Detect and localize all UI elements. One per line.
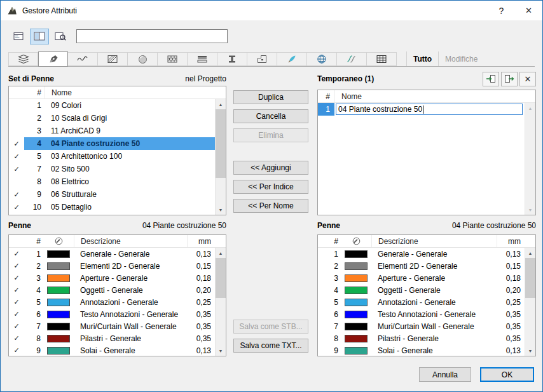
pen-color-swatch[interactable]: [47, 323, 70, 330]
pen-row[interactable]: 5Annotazioni - Generale0,25: [318, 296, 525, 308]
pen-color-swatch[interactable]: [345, 311, 368, 318]
scrollbar-track[interactable]: [525, 113, 535, 205]
pen-row[interactable]: 1Generale - Generale0,13: [318, 248, 525, 260]
pen-set-row[interactable]: ✓906 Strutturale: [9, 188, 215, 201]
tab-composites[interactable]: [188, 52, 217, 66]
row-checkmark[interactable]: ✓: [9, 188, 24, 201]
save-txt-button[interactable]: Salva come TXT...: [233, 339, 308, 353]
scroll-up-button[interactable]: ▲: [525, 248, 535, 258]
pen-set-row[interactable]: 808 Elettrico: [9, 175, 215, 188]
scrollbar[interactable]: ▲ ▼: [525, 103, 535, 215]
panel-view-single-button[interactable]: [9, 29, 28, 44]
tab-fills[interactable]: [98, 52, 128, 66]
tab-cities[interactable]: [307, 52, 337, 66]
duplicate-button[interactable]: Duplica: [233, 90, 308, 104]
pen-color-swatch[interactable]: [345, 347, 368, 355]
row-checkmark[interactable]: ✓: [9, 272, 24, 284]
tab-schedules[interactable]: [367, 52, 397, 66]
scrollbar-track[interactable]: [216, 258, 226, 346]
pen-row[interactable]: ✓4Oggetti - Generale0,20: [9, 284, 215, 296]
row-checkmark[interactable]: ✓: [9, 320, 24, 332]
filter-modifiche[interactable]: Modifiche: [438, 51, 484, 66]
row-checkmark[interactable]: [9, 175, 24, 188]
scrollbar[interactable]: ▲ ▼: [215, 99, 226, 215]
pen-color-swatch[interactable]: [345, 274, 368, 282]
pen-row[interactable]: ✓7Muri/Curtain Wall - Generale0,35: [9, 320, 215, 332]
row-checkmark[interactable]: ✓: [9, 332, 24, 344]
pen-color-swatch[interactable]: [47, 287, 70, 294]
pen-set-row[interactable]: ✓702 Sito 500: [9, 163, 215, 175]
pen-color-swatch[interactable]: [47, 262, 70, 270]
by-index-button[interactable]: << Per Indice: [233, 180, 308, 194]
pen-color-swatch[interactable]: [345, 287, 368, 294]
row-checkmark[interactable]: [9, 99, 24, 112]
row-checkmark[interactable]: ✓: [9, 260, 24, 272]
row-checkmark[interactable]: ✓: [9, 344, 24, 356]
scroll-down-button[interactable]: ▼: [216, 346, 226, 356]
pen-color-swatch[interactable]: [345, 250, 368, 258]
tab-line-types[interactable]: [68, 52, 98, 66]
row-checkmark[interactable]: ✓: [9, 248, 24, 260]
import-set-button[interactable]: [483, 72, 499, 86]
scroll-down-button[interactable]: ▼: [216, 205, 226, 215]
append-button[interactable]: << Aggiungi: [233, 161, 308, 175]
scrollbar[interactable]: ▲ ▼: [525, 248, 535, 356]
delete-temp-button[interactable]: ✕: [519, 72, 536, 86]
pen-row[interactable]: 4Oggetti - Generale0,20: [318, 284, 525, 296]
pen-color-swatch[interactable]: [345, 262, 368, 270]
pen-color-swatch[interactable]: [345, 335, 368, 342]
scrollbar-track[interactable]: [216, 109, 226, 205]
cancel-button[interactable]: Annulla: [419, 367, 471, 382]
pen-set-row[interactable]: 210 Scala di Grigi: [9, 112, 215, 125]
row-checkmark[interactable]: ✓: [9, 201, 24, 213]
pen-row[interactable]: ✓3Aperture - Generale0,18: [9, 272, 215, 284]
by-name-button[interactable]: << Per Nome: [233, 199, 308, 213]
scrollbar[interactable]: ▲ ▼: [215, 248, 226, 356]
pen-sets-scope[interactable]: nel Progetto: [185, 74, 226, 83]
pen-color-swatch[interactable]: [47, 250, 70, 258]
pen-color-swatch[interactable]: [47, 299, 70, 306]
row-checkmark[interactable]: ✓: [9, 296, 24, 308]
filter-tutto[interactable]: Tutto: [406, 51, 438, 66]
pen-row[interactable]: 3Aperture - Generale0,18: [318, 272, 525, 284]
pen-color-swatch[interactable]: [47, 311, 70, 318]
pen-row[interactable]: ✓2Elementi 2D - Generale0,15: [9, 260, 215, 272]
tab-operation-profiles[interactable]: [337, 52, 367, 66]
pen-row[interactable]: ✓5Annotazioni - Generale0,25: [9, 296, 215, 308]
tab-surfaces[interactable]: [128, 52, 158, 66]
cancel-item-button[interactable]: Cancella: [233, 109, 308, 123]
pen-row[interactable]: 7Muri/Curtain Wall - Generale0,35: [318, 320, 525, 332]
pen-row[interactable]: 6Testo Annotazioni - Generale0,35: [318, 308, 525, 320]
row-checkmark[interactable]: ✓: [9, 284, 24, 296]
pen-row[interactable]: ✓1Generale - Generale0,13: [9, 248, 215, 260]
row-checkmark[interactable]: ✓: [9, 137, 24, 150]
panel-view-dual-button[interactable]: [30, 29, 49, 44]
row-checkmark[interactable]: ✓: [9, 150, 24, 163]
pen-color-swatch[interactable]: [47, 274, 70, 282]
pen-row[interactable]: 9Solai - Generale0,13: [318, 344, 525, 356]
help-button[interactable]: ?: [488, 1, 515, 20]
temp-set-row[interactable]: 104 Piante costruzione 50: [318, 103, 525, 116]
ok-button[interactable]: OK: [480, 367, 534, 382]
row-checkmark[interactable]: ✓: [9, 163, 24, 175]
pen-set-row[interactable]: ✓503 Architettonico 100: [9, 150, 215, 163]
attribute-search-input[interactable]: [76, 29, 228, 43]
pen-set-row[interactable]: ✓404 Piante costruzione 50: [9, 137, 215, 150]
pen-row[interactable]: ✓9Solai - Generale0,13: [9, 344, 215, 356]
panel-view-search-button[interactable]: [51, 29, 70, 44]
row-checkmark[interactable]: ✓: [9, 308, 24, 320]
row-checkmark[interactable]: [9, 125, 24, 137]
tab-profiles[interactable]: [217, 52, 247, 66]
scroll-down-button[interactable]: ▼: [525, 205, 535, 215]
tab-building-materials[interactable]: [158, 52, 188, 66]
pen-color-swatch[interactable]: [47, 335, 70, 342]
scrollbar-thumb[interactable]: [216, 258, 226, 298]
tab-zone-categories[interactable]: [247, 52, 277, 66]
scroll-up-button[interactable]: ▲: [216, 248, 226, 258]
tab-layers[interactable]: [8, 52, 38, 66]
tab-markers[interactable]: [277, 52, 307, 66]
scroll-up-button[interactable]: ▲: [525, 103, 535, 113]
pen-color-swatch[interactable]: [47, 347, 70, 355]
tab-pens[interactable]: [38, 51, 68, 67]
pen-row[interactable]: 8Pilastri - Generale0,35: [318, 332, 525, 344]
